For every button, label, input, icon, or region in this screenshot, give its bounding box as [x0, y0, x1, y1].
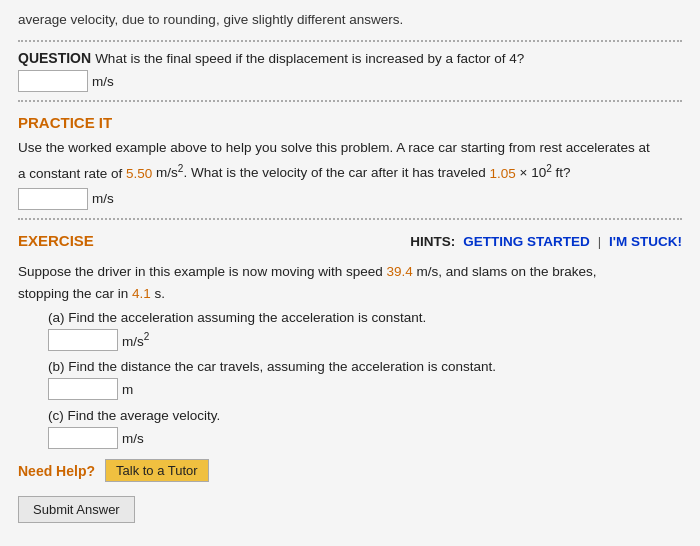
question-label: QUESTION: [18, 50, 91, 66]
exercise-body: Suppose the driver in this example is no…: [18, 261, 682, 304]
exercise-text-1d: s.: [151, 286, 165, 301]
question-input[interactable]: [18, 70, 88, 92]
talk-to-tutor-button[interactable]: Talk to a Tutor: [105, 459, 209, 482]
need-help-label: Need Help?: [18, 463, 95, 479]
exercise-time: 4.1: [132, 286, 151, 301]
hints-label: HINTS:: [410, 234, 455, 249]
question-input-row: m/s: [18, 70, 682, 92]
intro-text: average velocity, due to rounding, give …: [18, 10, 682, 30]
practice-body-1: Use the worked example above to help you…: [18, 137, 682, 159]
question-row: QUESTION What is the final speed if the …: [18, 50, 682, 66]
question-text: What is the final speed if the displacem…: [95, 51, 524, 66]
exercise-text-1a: Suppose the driver in this example is no…: [18, 264, 386, 279]
sub-q-input-row-a: m/s2: [48, 329, 682, 351]
getting-started-link[interactable]: GETTING STARTED: [463, 234, 590, 249]
sub-q-label-a: (a) Find the acceleration assuming the a…: [48, 310, 682, 325]
practice-speed: 5.50: [126, 165, 152, 180]
practice-text-2b: m/s2. What is the velocity of the car af…: [152, 165, 489, 180]
submit-row: Submit Answer: [18, 496, 682, 523]
hints-pipe: |: [598, 234, 601, 249]
sub-q-input-b[interactable]: [48, 378, 118, 400]
sub-q-input-row-c: m/s: [48, 427, 682, 449]
im-stuck-link[interactable]: I'M STUCK!: [609, 234, 682, 249]
question-unit: m/s: [92, 74, 114, 89]
exercise-text-1c: stopping the car in: [18, 286, 132, 301]
practice-section: PRACTICE IT Use the worked example above…: [18, 110, 682, 210]
exercise-section: EXERCISE HINTS: GETTING STARTED | I'M ST…: [18, 228, 682, 449]
sub-question-a: (a) Find the acceleration assuming the a…: [48, 310, 682, 351]
practice-text-2c: × 102 ft?: [516, 165, 571, 180]
divider-2: [18, 100, 682, 102]
sub-q-label-c: (c) Find the average velocity.: [48, 408, 682, 423]
sub-q-input-row-b: m: [48, 378, 682, 400]
exercise-text-1b: m/s, and slams on the brakes,: [413, 264, 597, 279]
exercise-header: EXERCISE HINTS: GETTING STARTED | I'M ST…: [18, 228, 682, 255]
practice-unit: m/s: [92, 191, 114, 206]
practice-input-row: m/s: [18, 188, 682, 210]
sub-q-unit-b: m: [122, 382, 133, 397]
exercise-speed: 39.4: [386, 264, 412, 279]
practice-dist: 1.05: [490, 165, 516, 180]
question-section: QUESTION What is the final speed if the …: [18, 50, 682, 92]
practice-text-1: Use the worked example above to help you…: [18, 140, 650, 155]
submit-button[interactable]: Submit Answer: [18, 496, 135, 523]
practice-body-2: a constant rate of 5.50 m/s2. What is th…: [18, 161, 682, 184]
divider-3: [18, 218, 682, 220]
sub-question-b: (b) Find the distance the car travels, a…: [48, 359, 682, 400]
sub-q-input-c[interactable]: [48, 427, 118, 449]
need-help-row: Need Help? Talk to a Tutor: [18, 459, 682, 482]
practice-title: PRACTICE IT: [18, 114, 112, 131]
sub-question-c: (c) Find the average velocity. m/s: [48, 408, 682, 449]
practice-text-2a: a constant rate of: [18, 165, 126, 180]
exercise-title: EXERCISE: [18, 232, 94, 249]
sub-q-label-b: (b) Find the distance the car travels, a…: [48, 359, 682, 374]
sub-q-unit-c: m/s: [122, 431, 144, 446]
practice-input[interactable]: [18, 188, 88, 210]
divider-1: [18, 40, 682, 42]
hints-row: HINTS: GETTING STARTED | I'M STUCK!: [410, 234, 682, 249]
sub-q-unit-a: m/s2: [122, 331, 149, 349]
sub-q-input-a[interactable]: [48, 329, 118, 351]
page: average velocity, due to rounding, give …: [0, 0, 700, 546]
